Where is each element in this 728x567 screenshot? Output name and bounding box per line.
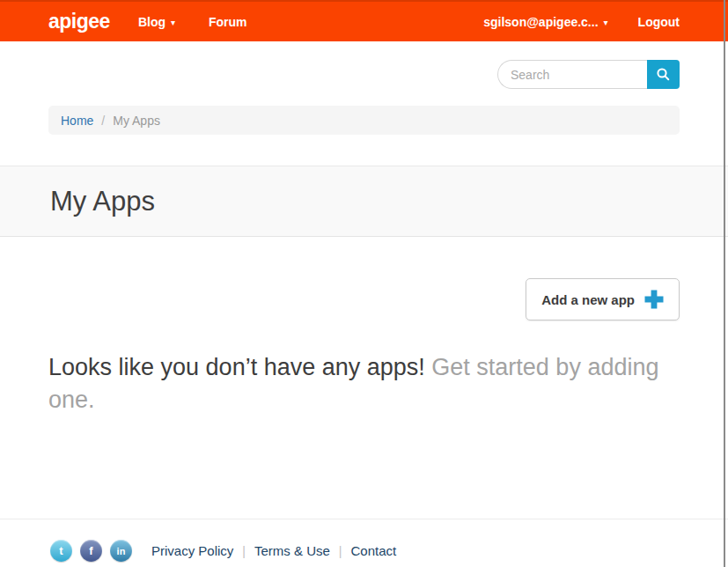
- user-menu[interactable]: sgilson@apigee.c... ▾: [483, 15, 607, 29]
- search-input[interactable]: [497, 60, 647, 89]
- footer-link-separator: |: [339, 544, 342, 558]
- breadcrumb-separator: /: [101, 114, 105, 128]
- top-right-nav: sgilson@apigee.c... ▾ Logout: [483, 15, 680, 29]
- search-box: [497, 60, 680, 89]
- button-row: Add a new app: [48, 278, 680, 320]
- nav-blog-label: Blog: [138, 15, 165, 29]
- social-icons: t f in: [50, 540, 132, 562]
- contact-link[interactable]: Contact: [351, 543, 397, 558]
- twitter-icon[interactable]: t: [50, 540, 72, 562]
- add-app-label: Add a new app: [541, 292, 635, 307]
- footer-link-separator: |: [242, 544, 246, 558]
- user-email-label: sgilson@apigee.c...: [483, 15, 598, 29]
- nav-forum-label: Forum: [209, 15, 247, 29]
- terms-use-link[interactable]: Terms & Use: [254, 543, 330, 558]
- top-navigation-bar: apigee Blog ▾ Forum sgilson@apigee.c... …: [0, 0, 728, 41]
- page-title: My Apps: [50, 186, 155, 217]
- privacy-policy-link[interactable]: Privacy Policy: [151, 543, 233, 558]
- top-nav: Blog ▾ Forum: [138, 15, 247, 29]
- nav-item-forum[interactable]: Forum: [209, 15, 247, 29]
- chevron-down-icon: ▾: [171, 18, 175, 27]
- logout-label: Logout: [638, 15, 680, 29]
- empty-state-message: Looks like you don’t have any apps! Get …: [48, 351, 669, 416]
- empty-message-primary: Looks like you don’t have any apps!: [48, 354, 425, 380]
- footer-links: Privacy Policy | Terms & Use | Contact: [151, 543, 396, 558]
- facebook-icon[interactable]: f: [80, 540, 102, 562]
- magnifier-icon: [656, 67, 671, 82]
- linkedin-icon[interactable]: in: [110, 540, 132, 562]
- add-new-app-button[interactable]: Add a new app: [526, 278, 680, 320]
- search-row: [0, 41, 728, 106]
- footer: t f in Privacy Policy | Terms & Use | Co…: [0, 519, 728, 567]
- plus-icon: [644, 290, 664, 309]
- nav-item-blog[interactable]: Blog ▾: [138, 15, 175, 29]
- search-button[interactable]: [647, 60, 680, 89]
- apigee-logo[interactable]: apigee: [48, 10, 110, 33]
- breadcrumb-current: My Apps: [113, 114, 160, 128]
- breadcrumb: Home / My Apps: [48, 106, 680, 135]
- page-title-band: My Apps: [0, 166, 728, 237]
- main-content: Add a new app Looks like you don’t have …: [0, 237, 728, 519]
- breadcrumb-home-link[interactable]: Home: [61, 114, 93, 128]
- logout-button[interactable]: Logout: [638, 15, 680, 29]
- chevron-down-icon: ▾: [604, 18, 608, 27]
